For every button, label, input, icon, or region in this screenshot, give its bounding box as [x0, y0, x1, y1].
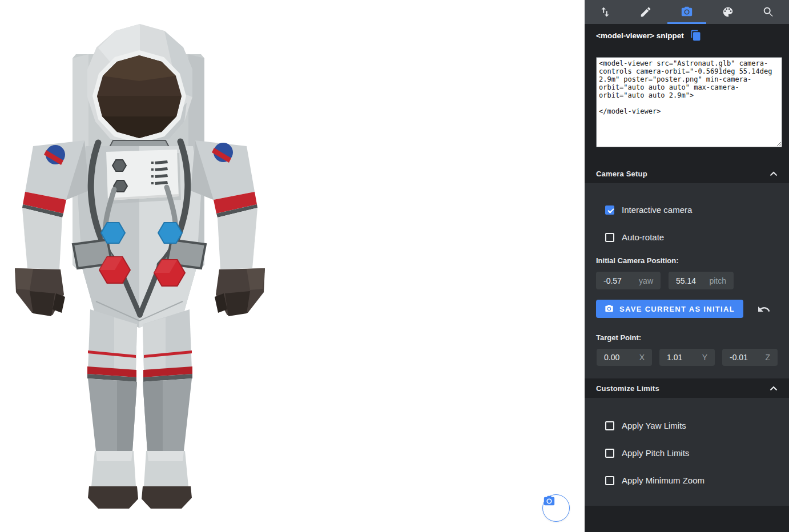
customize-limits-header[interactable]: Customize Limits	[585, 378, 789, 398]
auto-rotate-label: Auto-rotate	[622, 232, 664, 242]
undo-icon	[757, 303, 771, 316]
tab-dimensions[interactable]	[585, 0, 626, 24]
copy-snippet-button[interactable]	[690, 29, 703, 42]
target-y-unit-label: Y	[702, 353, 707, 362]
chevron-up-icon	[770, 171, 778, 176]
camera-icon	[681, 6, 693, 18]
model-viewport[interactable]	[0, 0, 585, 532]
palette-icon	[722, 6, 734, 18]
target-z-unit-label: Z	[765, 353, 770, 362]
tab-materials[interactable]	[707, 0, 748, 24]
camera-setup-header[interactable]: Camera Setup	[585, 164, 789, 183]
interactive-camera-label: Interactive camera	[622, 205, 692, 215]
camera-icon	[605, 304, 614, 313]
revert-initial-camera-button[interactable]	[757, 302, 772, 317]
camera-icon	[543, 495, 555, 507]
target-y-input[interactable]	[667, 353, 688, 362]
capture-screenshot-fab[interactable]	[542, 494, 570, 522]
chevron-up-icon	[770, 386, 778, 391]
interactive-camera-checkbox[interactable]	[605, 205, 614, 215]
yaw-field: yaw	[596, 272, 661, 289]
save-button-label: SAVE CURRENT AS INITIAL	[619, 305, 735, 313]
astronaut-legs	[87, 309, 192, 509]
apply-minimum-zoom-checkbox[interactable]	[605, 476, 614, 485]
save-current-as-initial-button[interactable]: SAVE CURRENT AS INITIAL	[596, 300, 743, 318]
tab-edit[interactable]	[626, 0, 667, 24]
customize-limits-title: Customize Limits	[596, 384, 659, 393]
camera-setup-title: Camera Setup	[596, 170, 647, 178]
target-x-field: X	[597, 349, 652, 366]
target-x-unit-label: X	[639, 353, 645, 362]
pitch-field: pitch	[669, 272, 734, 289]
pitch-unit-label: pitch	[709, 276, 726, 285]
editor-side-panel: <model-viewer> snippet <model-viewer src…	[585, 0, 789, 532]
yaw-unit-label: yaw	[639, 276, 653, 285]
copy-icon	[690, 30, 702, 41]
pencil-icon	[639, 6, 652, 18]
snippet-title: <model-viewer> snippet	[596, 31, 684, 40]
auto-rotate-checkbox[interactable]	[605, 233, 614, 242]
apply-yaw-limits-checkbox[interactable]	[605, 421, 614, 430]
initial-camera-position-label: Initial Camera Position:	[596, 256, 678, 265]
model-viewer-editor: { "colors": { "accent_blue": "#4285f4", …	[0, 0, 789, 532]
auto-rotate-row: Auto-rotate	[605, 232, 664, 242]
apply-pitch-limits-label: Apply Pitch Limits	[622, 448, 689, 458]
apply-minimum-zoom-label: Apply Minimum Zoom	[622, 475, 705, 485]
panel-toolbar	[585, 0, 789, 24]
target-point-label: Target Point:	[596, 333, 641, 342]
target-z-input[interactable]	[730, 353, 751, 362]
snippet-code-textarea[interactable]: <model-viewer src="Astronaut.glb" camera…	[596, 57, 782, 147]
target-x-input[interactable]	[604, 353, 625, 362]
target-y-field: Y	[659, 349, 715, 366]
apply-yaw-limits-label: Apply Yaw Limits	[622, 421, 686, 430]
search-icon	[762, 6, 775, 18]
pitch-input[interactable]	[676, 276, 702, 285]
yaw-input[interactable]	[603, 276, 629, 285]
apply-yaw-limits-row: Apply Yaw Limits	[605, 421, 686, 430]
tab-inspector[interactable]	[748, 0, 789, 24]
swap-vertical-icon	[599, 6, 611, 18]
apply-pitch-limits-checkbox[interactable]	[605, 449, 614, 458]
tab-camera[interactable]	[666, 0, 707, 24]
apply-minimum-zoom-row: Apply Minimum Zoom	[605, 475, 705, 485]
target-z-field: Z	[722, 349, 778, 366]
apply-pitch-limits-row: Apply Pitch Limits	[605, 448, 689, 458]
interactive-camera-row: Interactive camera	[605, 205, 692, 215]
astronaut-model[interactable]	[0, 0, 585, 532]
